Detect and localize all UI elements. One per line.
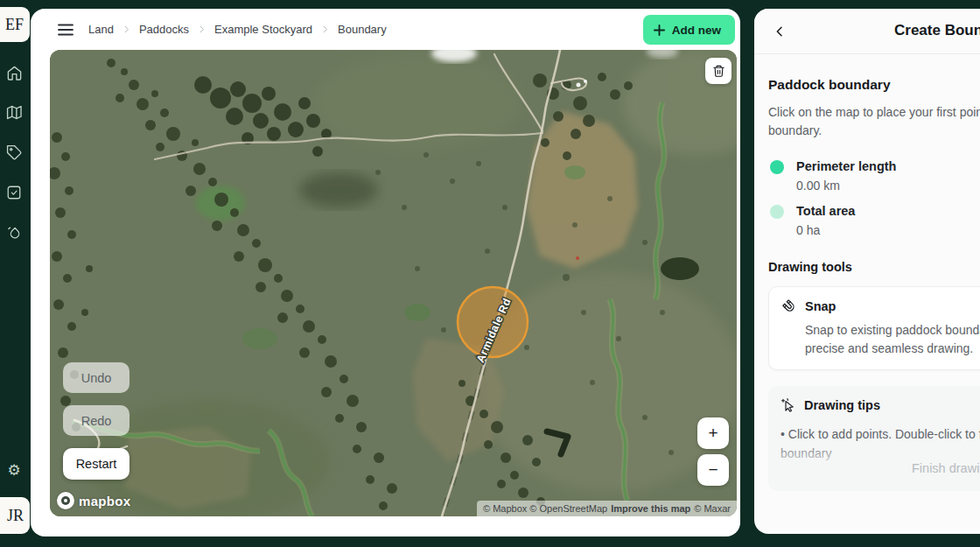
panel-body: Paddock boundary Click on the map to pla… [754,54,980,491]
breadcrumb-boundary[interactable]: Boundary [338,23,387,36]
area-value: 0 ha [796,223,855,237]
paddock-boundary-heading: Paddock boundary [768,77,980,93]
map-canvas[interactable]: Armidale Rd Undo Redo Restart + − mapbox… [50,50,737,516]
panel-title: Create Boundary [894,22,980,39]
back-button[interactable] [768,20,791,43]
map-icon [6,104,23,121]
zoom-in-button[interactable]: + [697,417,729,449]
magnet-icon [778,295,800,317]
org-logo-text: EF [5,16,24,34]
snap-title: Snap [805,299,836,313]
zoom-out-button[interactable]: − [697,454,729,486]
area-dot-icon [770,205,784,219]
breadcrumb-farm[interactable]: Example Stockyard [214,23,312,36]
delete-boundary-button[interactable] [705,58,732,84]
droplet-icon [6,225,22,241]
redo-button[interactable]: Redo [63,405,130,436]
snap-tool-card[interactable]: Snap Snap to existing paddock boundaries… [768,286,980,370]
satellite-imagery: Armidale Rd [50,50,737,516]
trash-icon [712,64,725,78]
main-content-card: Land Paddocks Example Stockyard Boundary… [31,9,740,536]
attribution-imagery[interactable]: © Maxar [694,503,731,514]
menu-toggle-button[interactable] [57,21,74,39]
user-initials: JR [7,507,24,525]
chevron-right-icon [197,25,206,34]
boundary-stats: Perimeter length 0.00 km Total area 0 ha [768,159,980,237]
area-stat: Total area 0 ha [768,204,980,237]
tag-icon [6,144,23,161]
perimeter-label: Perimeter length [796,159,896,173]
task-check-icon [6,185,22,200]
create-boundary-panel: Create Boundary Paddock boundary Click o… [754,9,980,534]
top-bar: Land Paddocks Example Stockyard Boundary… [31,9,740,50]
perimeter-stat: Perimeter length 0.00 km [768,159,980,193]
map-attribution: © Mapbox © OpenStreetMap Improve this ma… [477,501,737,516]
panel-header: Create Boundary [754,9,980,54]
mapbox-wordmark: mapbox [79,494,130,508]
home-icon [6,65,23,81]
drawing-tips-card: Drawing tips • Click to add points. Doub… [768,386,980,491]
add-new-button[interactable]: Add new [643,15,735,45]
undo-button[interactable]: Undo [63,362,130,393]
sidebar-item-tasks[interactable] [4,183,24,202]
sidebar-item-home[interactable] [4,63,24,82]
chevron-right-icon [122,25,131,34]
snap-description: Snap to existing paddock boundaries for … [805,321,980,358]
org-logo[interactable]: EF [0,7,30,42]
mapbox-logo-icon [57,492,74,509]
gear-icon: ⚙ [7,461,20,479]
sidebar-item-maps[interactable] [4,102,24,122]
drawing-tip-text: • Click to add points. Double-click to f… [780,424,980,463]
left-sidebar: EF ⚙ JR [0,0,31,547]
chevron-left-icon [773,25,787,39]
restart-button[interactable]: Restart [63,448,130,480]
chevron-right-icon [320,25,330,34]
finish-drawing-button[interactable]: Finish drawing [912,461,980,475]
attribution-providers[interactable]: © Mapbox © OpenStreetMap [483,503,607,514]
improve-map-link[interactable]: Improve this map [611,503,690,514]
perimeter-value: 0.00 km [796,179,896,193]
plus-icon [654,25,665,36]
breadcrumb: Land Paddocks Example Stockyard Boundary [88,23,387,36]
perimeter-dot-icon [770,160,784,174]
breadcrumb-paddocks[interactable]: Paddocks [139,23,189,36]
breadcrumb-land[interactable]: Land [88,23,114,36]
add-new-label: Add new [672,24,721,37]
drawing-tools-heading: Drawing tools [768,260,980,274]
user-avatar[interactable]: JR [0,497,30,534]
boundary-instruction: Click on the map to place your first poi… [768,103,980,140]
sidebar-item-tags[interactable] [4,143,24,162]
sidebar-item-settings[interactable]: ⚙ [4,460,24,480]
drawing-tips-title: Drawing tips [804,398,880,412]
hamburger-icon [58,24,74,36]
sidebar-item-water[interactable] [4,223,24,242]
mapbox-logo[interactable]: mapbox [57,492,130,509]
area-label: Total area [796,204,855,218]
cursor-sparkle-icon [780,397,796,413]
